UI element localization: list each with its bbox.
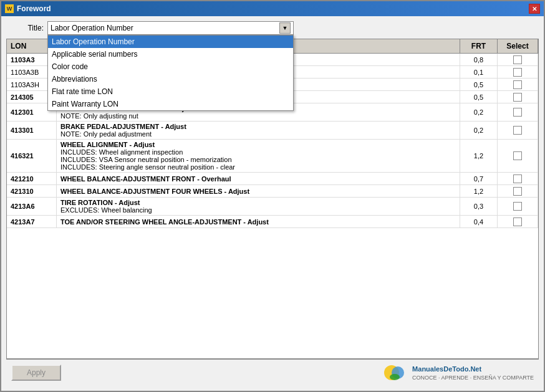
cell-description: TIRE ROTATION - Adjust EXCLUDES: Wheel b… bbox=[57, 198, 460, 215]
cell-desc-note2: INCLUDES: VSA Sensor neutral position - … bbox=[60, 156, 232, 163]
window-icon: W bbox=[5, 4, 14, 13]
svg-point-2 bbox=[390, 374, 400, 380]
cell-select bbox=[498, 54, 538, 65]
dropdown-item-abbreviations[interactable]: Abbreviations bbox=[48, 73, 293, 85]
table-row: 4213A7 TOE AND/OR STEERING WHEEL ANGLE-A… bbox=[7, 216, 538, 228]
row-checkbox[interactable] bbox=[513, 218, 522, 226]
row-checkbox[interactable] bbox=[513, 80, 522, 89]
cell-lon: 416321 bbox=[7, 140, 57, 172]
dropdown-arrow-icon[interactable]: ▼ bbox=[279, 22, 291, 34]
cell-frt: 0,8 bbox=[460, 54, 498, 65]
cell-desc-note: EXCLUDES: Wheel balancing bbox=[60, 206, 152, 214]
cell-description: TOE AND/OR STEERING WHEEL ANGLE-ADJUSTME… bbox=[57, 216, 460, 227]
cell-description: BRAKE PEDAL-ADJUSTMENT - Adjust NOTE: On… bbox=[57, 122, 460, 139]
cell-select bbox=[498, 91, 538, 103]
row-checkbox[interactable] bbox=[513, 202, 522, 211]
cell-description: WHEEL BALANCE-ADJUSTMENT FOUR WHEELS - A… bbox=[57, 185, 460, 197]
cell-lon: 413301 bbox=[7, 122, 57, 139]
logo-text-block: ManualesDeTodo.Net CONOCE · APRENDE · EN… bbox=[412, 365, 534, 380]
cell-frt: 0,7 bbox=[460, 173, 498, 184]
table-row: 421210 WHEEL BALANCE-ADJUSTMENT FRONT - … bbox=[7, 173, 538, 185]
cell-select bbox=[498, 140, 538, 172]
row-checkbox[interactable] bbox=[513, 126, 522, 135]
window-content: Title: Labor Operation Number ▼ Labor Op… bbox=[1, 16, 544, 391]
row-checkbox[interactable] bbox=[513, 93, 522, 102]
cell-desc-note1: INCLUDES: Wheel alignment inspection bbox=[60, 148, 183, 156]
cell-desc-main: TIRE ROTATION - Adjust bbox=[60, 199, 140, 206]
logo-area: ManualesDeTodo.Net CONOCE · APRENDE · EN… bbox=[382, 363, 534, 382]
cell-frt: 1,2 bbox=[460, 185, 498, 197]
title-bar-left: W Foreword bbox=[5, 4, 51, 13]
dropdown-selected-value: Labor Operation Number bbox=[51, 24, 133, 32]
cell-select bbox=[498, 122, 538, 139]
cell-desc-note: NOTE: Only adjusting nut bbox=[60, 112, 138, 120]
main-window: W Foreword ✕ Title: Labor Operation Numb… bbox=[0, 0, 545, 392]
cell-select bbox=[498, 103, 538, 121]
cell-frt: 0,2 bbox=[460, 103, 498, 121]
dropdown-item-paint-warranty[interactable]: Paint Warranty LON bbox=[48, 98, 293, 110]
cell-desc-note: NOTE: Only pedal adjustment bbox=[60, 130, 152, 138]
cell-lon: 421210 bbox=[7, 173, 57, 184]
title-dropdown[interactable]: Labor Operation Number ▼ bbox=[47, 21, 294, 35]
cell-frt: 0,5 bbox=[460, 79, 498, 90]
row-checkbox[interactable] bbox=[513, 55, 522, 64]
cell-select bbox=[498, 198, 538, 215]
cell-desc-main: WHEEL ALIGNMENT - Adjust bbox=[60, 141, 155, 148]
close-button[interactable]: ✕ bbox=[529, 4, 540, 14]
title-dropdown-container: Labor Operation Number ▼ Labor Operation… bbox=[47, 21, 294, 35]
dropdown-item-applicable-serial[interactable]: Applicable serial numbers bbox=[48, 48, 293, 60]
cell-frt: 0,1 bbox=[460, 66, 498, 78]
cell-frt: 0,5 bbox=[460, 91, 498, 103]
cell-description: WHEEL ALIGNMENT - Adjust INCLUDES: Wheel… bbox=[57, 140, 460, 172]
window-title: Foreword bbox=[17, 4, 51, 13]
title-row: Title: Labor Operation Number ▼ Labor Op… bbox=[6, 21, 539, 35]
cell-frt: 1,2 bbox=[460, 140, 498, 172]
dropdown-menu: Labor Operation Number Applicable serial… bbox=[47, 35, 294, 111]
dropdown-item-flat-rate-time[interactable]: Flat rate time LON bbox=[48, 85, 293, 98]
cell-lon: 4213A6 bbox=[7, 198, 57, 215]
logo-icon bbox=[382, 363, 407, 382]
cell-select bbox=[498, 79, 538, 90]
cell-description: WHEEL BALANCE-ADJUSTMENT FRONT - Overhau… bbox=[57, 173, 460, 184]
row-checkbox[interactable] bbox=[513, 108, 522, 117]
row-checkbox[interactable] bbox=[513, 68, 522, 77]
dropdown-item-color-code[interactable]: Color code bbox=[48, 60, 293, 73]
bottom-bar: Apply ManualesDeTodo.Net CONOCE · APREND… bbox=[6, 359, 539, 386]
cell-desc-main: BRAKE PEDAL-ADJUSTMENT - Adjust bbox=[60, 123, 186, 130]
cell-select bbox=[498, 66, 538, 78]
cell-frt: 0,4 bbox=[460, 216, 498, 227]
title-bar: W Foreword ✕ bbox=[1, 1, 544, 16]
table-row: 4213A6 TIRE ROTATION - Adjust EXCLUDES: … bbox=[7, 198, 538, 216]
row-checkbox[interactable] bbox=[513, 174, 522, 183]
apply-button[interactable]: Apply bbox=[11, 365, 61, 381]
cell-lon: 4213A7 bbox=[7, 216, 57, 227]
cell-desc-note3: INCLUDES: Steering angle sensor neutral … bbox=[60, 163, 235, 171]
logo-brand-text: ManualesDeTodo.Net bbox=[412, 365, 534, 374]
table-row: 413301 BRAKE PEDAL-ADJUSTMENT - Adjust N… bbox=[7, 122, 538, 140]
cell-frt: 0,3 bbox=[460, 198, 498, 215]
row-checkbox[interactable] bbox=[513, 151, 522, 160]
logo-tagline: CONOCE · APRENDE · ENSEÑA Y COMPARTE bbox=[412, 375, 534, 381]
cell-frt: 0,2 bbox=[460, 122, 498, 139]
cell-select bbox=[498, 173, 538, 184]
col-header-select: Select bbox=[498, 39, 538, 53]
table-row: 416321 WHEEL ALIGNMENT - Adjust INCLUDES… bbox=[7, 140, 538, 173]
col-header-frt: FRT bbox=[460, 39, 498, 53]
table-row: 421310 WHEEL BALANCE-ADJUSTMENT FOUR WHE… bbox=[7, 185, 538, 198]
cell-select bbox=[498, 185, 538, 197]
dropdown-item-labor-op-num[interactable]: Labor Operation Number bbox=[48, 36, 293, 48]
row-checkbox[interactable] bbox=[513, 187, 522, 196]
cell-lon: 421310 bbox=[7, 185, 57, 197]
cell-select bbox=[498, 216, 538, 227]
title-field-label: Title: bbox=[6, 24, 44, 32]
